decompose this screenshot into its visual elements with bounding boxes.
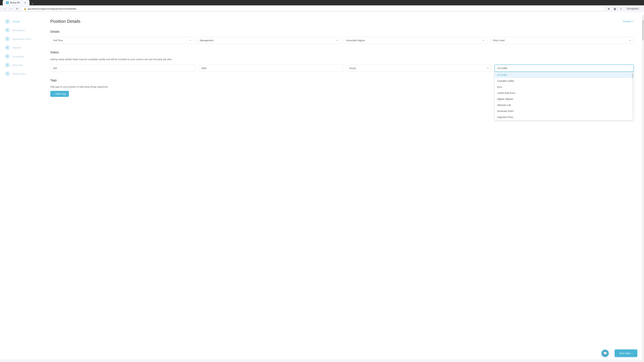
add-tag-label: + Add a tag	[54, 92, 66, 95]
education-dropdown[interactable]: Associate Degree ▼	[344, 37, 487, 44]
new-tab-button[interactable]: +	[30, 2, 36, 5]
experience-dropdown[interactable]: Entry Level ▼	[490, 37, 634, 44]
details-dropdowns-row: Full-Time ▼ Management ▼ Associate Degre…	[50, 37, 634, 44]
currency-option-label: Argentine Peso	[497, 116, 513, 118]
salary-max-input[interactable]	[198, 65, 344, 72]
step-num-2: 2	[5, 28, 10, 32]
currency-dropdown-list: US Dollar Canadian Dollar Euro United Ar…	[494, 72, 634, 120]
page-header: Position Details Preview ↗	[50, 19, 634, 24]
next-step-label: Next Step	[619, 352, 630, 355]
address-bar[interactable]: 🔒 app.breezy.hr/app/c/moodjoy/positions/…	[21, 6, 605, 11]
currency-option-label: US Dollar	[497, 73, 507, 76]
sidebar-label-description: Description	[12, 29, 25, 32]
lock-icon: 🔒	[24, 7, 26, 10]
menu-button[interactable]: ⋮	[636, 6, 641, 11]
salary-section-title: Salary	[50, 51, 634, 54]
sidebar-label-pipeline: Pipeline	[12, 46, 21, 49]
download-button[interactable]: ⇓	[618, 6, 623, 11]
sidebar-item-screening[interactable]: 5 Screening	[0, 52, 40, 61]
extensions-button[interactable]: ▦	[612, 6, 617, 11]
details-section-title: Details	[50, 30, 634, 33]
sidebar-label-advertise: Advertise	[12, 64, 23, 66]
experience-value: Entry Level	[493, 39, 505, 42]
currency-option-armenian[interactable]: Armenian Dram	[494, 108, 634, 114]
salary-min-input[interactable]	[50, 65, 196, 72]
currency-option-uae[interactable]: United Arab Emir...	[494, 90, 634, 96]
add-tag-button[interactable]: + Add a tag	[50, 91, 69, 97]
forward-button[interactable]: →	[9, 6, 14, 11]
browser-actions: ★ ▦ ⇓ □ Incognito ⋮	[606, 6, 641, 11]
currency-option-label: Canadian Dollar	[497, 80, 514, 82]
sidebar-item-advertise[interactable]: 6 Advertise	[0, 61, 40, 69]
address-bar-row: ← → ↻ 🔒 app.breezy.hr/app/c/moodjoy/posi…	[0, 5, 644, 12]
preview-link[interactable]: Preview ↗	[623, 20, 634, 23]
step-num-7: 7	[5, 71, 10, 76]
chat-bubble-button[interactable]: 💬	[602, 350, 609, 357]
chevron-down-icon: ▼	[189, 39, 191, 41]
currency-option-label: Afghan Afghani	[497, 98, 513, 100]
currency-option-afghan[interactable]: Afghan Afghani	[494, 96, 634, 102]
sidebar-item-hiring-team[interactable]: 7 Hiring Team	[0, 69, 40, 78]
external-link-icon: ↗	[632, 20, 634, 23]
sidebar-item-description[interactable]: 2 Description	[0, 26, 40, 34]
currency-option-label: Albanian Lek	[497, 104, 511, 106]
chevron-down-icon: ▼	[482, 39, 484, 41]
department-value: Management	[200, 39, 214, 42]
currency-option-canadian[interactable]: Canadian Dollar	[494, 78, 634, 84]
step-num-4: 4	[5, 45, 10, 50]
chevron-down-icon: ▼	[487, 67, 489, 69]
sidebar-item-details[interactable]: 1 Details	[0, 17, 40, 26]
employment-type-dropdown[interactable]: Full-Time ▼	[50, 37, 194, 44]
tab-title: Breezy HR	[10, 1, 20, 4]
tab-bar: B Breezy HR ✕ +	[0, 0, 644, 5]
currency-scrollbar[interactable]	[632, 72, 633, 119]
details-section: Details Full-Time ▼ Management ▼ Associa…	[50, 30, 634, 44]
page-scrollbar-thumb	[642, 20, 644, 40]
currency-option-albanian[interactable]: Albanian Lek	[494, 102, 634, 108]
salary-row: Hourly ▼ US Dollar Canadian Dollar Euro	[50, 64, 634, 72]
main-content: Position Details Preview ↗ Details Full-…	[40, 12, 644, 359]
sidebar-label-details: Details	[12, 20, 20, 23]
tab-close-button[interactable]: ✕	[24, 1, 26, 4]
sidebar: 1 Details 2 Description 3 Application Fo…	[0, 12, 40, 359]
back-button[interactable]: ←	[3, 6, 8, 11]
currency-option-label: Armenian Dram	[497, 110, 514, 112]
salary-period-dropdown[interactable]: Hourly ▼	[346, 65, 492, 72]
bottom-bar: Next Step ›	[615, 350, 637, 357]
app-container: 1 Details 2 Description 3 Application Fo…	[0, 12, 644, 359]
salary-description: Adding salary details helps improve cand…	[50, 57, 634, 61]
page-scrollbar[interactable]	[642, 15, 644, 359]
salary-period-value: Hourly	[349, 67, 356, 69]
currency-option-label: United Arab Emir...	[497, 92, 517, 94]
tab-favicon: B	[6, 1, 9, 4]
department-dropdown[interactable]: Management ▼	[197, 37, 341, 44]
bookmark-button[interactable]: ★	[606, 6, 611, 11]
step-num-1: 1	[5, 19, 10, 24]
url-text: app.breezy.hr/app/c/moodjoy/positions/ne…	[28, 7, 76, 10]
arrow-right-icon: ›	[632, 352, 632, 355]
sidebar-label-screening: Screening	[12, 55, 24, 58]
chevron-down-icon: ▼	[336, 39, 338, 41]
sidebar-label-application-form: Application Form	[12, 37, 31, 40]
next-step-button[interactable]: Next Step ›	[615, 350, 637, 357]
sidebar-item-application-form[interactable]: 3 Application Form	[0, 34, 40, 43]
chevron-down-icon: ▼	[629, 39, 631, 41]
currency-option-euro[interactable]: Euro	[494, 84, 634, 90]
chat-icon: 💬	[603, 351, 607, 355]
currency-scrollbar-thumb	[632, 73, 633, 78]
incognito-label[interactable]: Incognito	[630, 6, 635, 11]
step-num-5: 5	[5, 54, 10, 59]
reload-button[interactable]: ↻	[15, 6, 20, 11]
currency-search-input[interactable]	[494, 64, 634, 72]
page-title: Position Details	[50, 19, 80, 24]
step-num-6: 6	[5, 63, 10, 67]
employment-type-value: Full-Time	[53, 39, 63, 42]
sidebar-item-pipeline[interactable]: 4 Pipeline	[0, 43, 40, 52]
currency-option-argentine[interactable]: Argentine Peso	[494, 114, 634, 120]
browser-chrome: B Breezy HR ✕ + ← → ↻ 🔒 app.breezy.hr/ap…	[0, 0, 644, 12]
step-num-3: 3	[5, 36, 10, 41]
browser-tab[interactable]: B Breezy HR ✕	[3, 0, 30, 5]
education-value: Associate Degree	[346, 39, 365, 42]
currency-option-usdollar[interactable]: US Dollar	[494, 72, 634, 78]
currency-option-label: Euro	[497, 86, 502, 88]
